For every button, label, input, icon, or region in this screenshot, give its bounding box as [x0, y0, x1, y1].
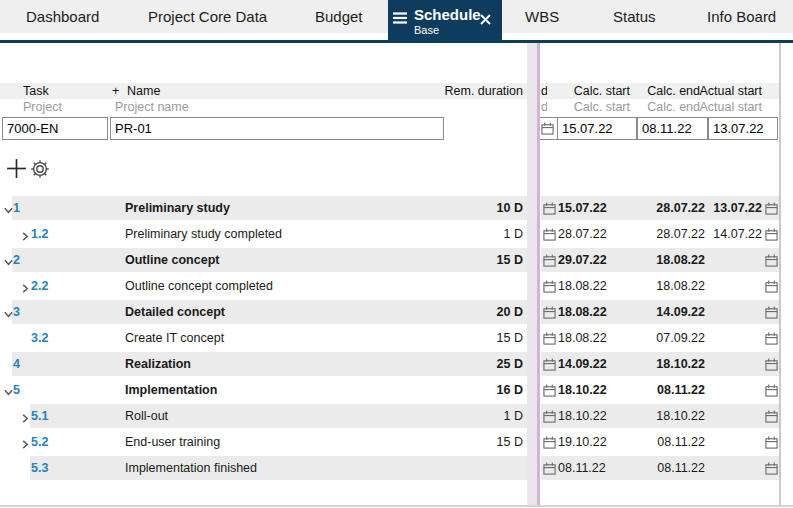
project-calc-end-field[interactable]: [637, 117, 708, 140]
chevron-right-icon[interactable]: [20, 280, 31, 298]
column-header-name-plus-icon[interactable]: +: [112, 83, 119, 99]
project-calc-start-field[interactable]: [557, 117, 637, 140]
calendar-icon[interactable]: [543, 357, 556, 375]
task-id[interactable]: 5.1: [31, 403, 48, 429]
task-name: Implementation finished: [125, 455, 257, 481]
column-header-name[interactable]: Name: [127, 83, 160, 99]
calendar-icon[interactable]: [537, 117, 558, 140]
task-row[interactable]: 5.1Roll-out1 D18.10.2218.10.22: [0, 403, 793, 429]
task-id[interactable]: 5: [13, 377, 20, 403]
task-id[interactable]: 2: [13, 247, 20, 273]
chevron-right-icon[interactable]: [20, 436, 31, 454]
task-rem-duration: 20 D: [430, 299, 523, 325]
pane-splitter-line[interactable]: [537, 43, 540, 505]
calc-end-value: 14.09.22: [633, 299, 705, 325]
calendar-icon[interactable]: [765, 227, 778, 245]
task-rem-duration: 10 D: [430, 195, 523, 221]
calc-start-value: 18.10.22: [558, 403, 607, 429]
task-id[interactable]: 1.2: [31, 221, 48, 247]
task-id[interactable]: 1: [13, 195, 20, 221]
calendar-icon[interactable]: [543, 227, 556, 245]
calendar-icon[interactable]: [543, 409, 556, 427]
chevron-right-icon[interactable]: [20, 410, 31, 428]
calendar-icon[interactable]: [543, 305, 556, 323]
calendar-icon[interactable]: [543, 331, 556, 349]
calendar-icon[interactable]: [765, 357, 778, 375]
task-rem-duration: 15 D: [430, 247, 523, 273]
column-header-task[interactable]: Task: [23, 83, 49, 99]
calendar-icon[interactable]: [765, 305, 778, 323]
task-rem-duration: 16 D: [430, 377, 523, 403]
calc-start-value: 18.10.22: [558, 377, 607, 403]
task-rem-duration: 25 D: [430, 351, 523, 377]
calendar-icon[interactable]: [765, 383, 778, 401]
gear-icon[interactable]: [30, 159, 51, 180]
task-row[interactable]: 3.2Create IT concept15 D18.08.2207.09.22: [0, 325, 793, 351]
task-row[interactable]: 2.2Outline concept completed18.08.2218.0…: [0, 273, 793, 299]
pane-splitter[interactable]: [527, 43, 537, 505]
task-row[interactable]: 5.3Implementation finished08.11.2208.11.…: [0, 455, 793, 481]
calc-end-value: 18.08.22: [633, 273, 705, 299]
project-name-field[interactable]: [110, 117, 444, 140]
tab-schedule-sublabel: Base: [414, 24, 439, 36]
task-row[interactable]: 1.2Preliminary study completed1 D28.07.2…: [0, 221, 793, 247]
column-header-rem-duration[interactable]: Rem. duration: [420, 83, 523, 99]
calendar-icon[interactable]: [765, 435, 778, 453]
field-caption-calc-end: Calc. end: [632, 100, 700, 115]
tab-status[interactable]: Status: [613, 8, 656, 25]
calendar-icon[interactable]: [543, 435, 556, 453]
task-rem-duration: 1 D: [430, 221, 523, 247]
task-row[interactable]: 2Outline concept15 D29.07.2218.08.22: [0, 247, 793, 273]
calendar-icon[interactable]: [543, 279, 556, 297]
calendar-icon[interactable]: [765, 279, 778, 297]
task-rem-duration: 15 D: [430, 325, 523, 351]
task-id[interactable]: 3.2: [31, 325, 48, 351]
menu-icon[interactable]: [392, 11, 408, 29]
tab-wbs[interactable]: WBS: [525, 8, 559, 25]
task-row[interactable]: 5Implementation16 D18.10.2208.11.22: [0, 377, 793, 403]
actual-start-value: 14.07.22: [690, 221, 762, 247]
close-icon[interactable]: [480, 11, 491, 29]
column-header-calc-start[interactable]: Calc. start: [560, 83, 630, 99]
task-name: Roll-out: [125, 403, 168, 429]
calendar-icon[interactable]: [765, 331, 778, 349]
chevron-right-icon[interactable]: [20, 228, 31, 246]
project-id-field[interactable]: [2, 117, 108, 140]
calc-start-value: 14.09.22: [558, 351, 607, 377]
column-header-calc-end[interactable]: Calc. end: [632, 83, 700, 99]
right-pane-border: [779, 43, 781, 505]
task-row[interactable]: 3Detailed concept20 D18.08.2214.09.22: [0, 299, 793, 325]
task-id[interactable]: 4: [13, 351, 20, 377]
task-id[interactable]: 2.2: [31, 273, 48, 299]
calendar-icon[interactable]: [543, 461, 556, 479]
tab-info-board[interactable]: Info Board: [707, 8, 776, 25]
task-row[interactable]: 1Preliminary study10 D15.07.2228.07.2213…: [0, 195, 793, 221]
task-row[interactable]: 4Realization25 D14.09.2218.10.22: [0, 351, 793, 377]
calc-end-value: 07.09.22: [633, 325, 705, 351]
calc-start-value: 28.07.22: [558, 221, 607, 247]
task-id[interactable]: 5.2: [31, 429, 48, 455]
task-id[interactable]: 3: [13, 299, 20, 325]
calendar-icon[interactable]: [765, 461, 778, 479]
plus-icon[interactable]: [6, 158, 28, 180]
calendar-icon[interactable]: [765, 409, 778, 427]
calc-end-value: 08.11.22: [633, 455, 705, 481]
calendar-icon[interactable]: [765, 253, 778, 271]
calendar-icon[interactable]: [543, 201, 556, 219]
project-actual-start-field[interactable]: [708, 117, 778, 140]
calendar-icon[interactable]: [765, 201, 778, 219]
column-header-actual-start[interactable]: Actual start: [692, 83, 762, 99]
tab-dashboard[interactable]: Dashboard: [26, 8, 99, 25]
task-row[interactable]: 5.2End-user training15 D19.10.2208.11.22: [0, 429, 793, 455]
field-caption-project: Project: [23, 100, 62, 115]
tab-project-core-data[interactable]: Project Core Data: [148, 8, 267, 25]
actual-start-value: 13.07.22: [690, 195, 762, 221]
field-caption-clipped: d: [541, 100, 547, 115]
calc-end-value: 18.10.22: [633, 351, 705, 377]
tab-budget[interactable]: Budget: [315, 8, 363, 25]
tab-schedule-active[interactable]: Schedule Base: [388, 0, 502, 40]
task-name: Realization: [125, 351, 191, 377]
calendar-icon[interactable]: [543, 383, 556, 401]
calendar-icon[interactable]: [543, 253, 556, 271]
task-id[interactable]: 5.3: [31, 455, 48, 481]
